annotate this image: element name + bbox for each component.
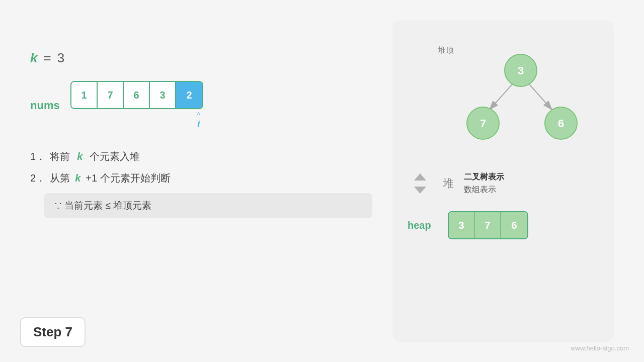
array-cell-3: 3 xyxy=(150,82,176,108)
step-1: 1． 将前 k 个元素入堆 xyxy=(30,150,372,163)
k-equation: k = 3 xyxy=(30,50,372,66)
left-panel: k = 3 nums 1 7 6 3 2 ^ i xyxy=(30,20,372,342)
nums-label: nums xyxy=(30,99,60,112)
index-indicator: ^ i xyxy=(197,111,200,130)
k-variable: k xyxy=(30,50,37,66)
nums-array: 1 7 6 3 2 xyxy=(70,81,203,109)
array-cell-4: 2 xyxy=(176,82,202,108)
step1-num: 1． xyxy=(30,150,46,163)
tree-node-left-text: 7 xyxy=(480,117,486,130)
tree-section: 堆顶 3 7 6 xyxy=(408,35,599,156)
nums-line: nums 1 7 6 3 2 ^ i xyxy=(30,81,372,130)
edge-root-left xyxy=(490,80,516,110)
heap-array-label: heap xyxy=(408,220,438,231)
heap-cell-0: 3 xyxy=(449,212,475,238)
watermark: www.hello-algo.com xyxy=(571,344,629,352)
k-equals: = xyxy=(43,50,51,66)
right-panel: 堆顶 3 7 6 xyxy=(392,20,614,342)
step-2: 2． 从第 k +1 个元素开始判断 xyxy=(30,171,372,185)
condition-text: ∵ 当前元素 ≤ 堆顶元素 xyxy=(54,200,151,211)
index-label: i xyxy=(197,119,200,130)
k-value: 3 xyxy=(57,50,64,66)
heap-label: 堆 xyxy=(443,176,454,191)
array-cell-0: 1 xyxy=(71,82,98,108)
index-arrow: ^ xyxy=(197,111,200,119)
heap-cell-2: 6 xyxy=(501,212,527,238)
svg-marker-1 xyxy=(414,173,426,180)
step2-text1: 从第 xyxy=(50,171,70,185)
step2-num: 2． xyxy=(30,171,46,185)
heap-controls: 堆 二叉树表示 数组表示 xyxy=(408,166,599,201)
representation-labels: 二叉树表示 数组表示 xyxy=(464,172,504,195)
step1-k: k xyxy=(77,151,83,162)
steps-section: 1． 将前 k 个元素入堆 2． 从第 k +1 个元素开始判断 ∵ 当前元素 … xyxy=(30,150,372,218)
svg-marker-2 xyxy=(414,187,426,194)
tree-node-right-text: 6 xyxy=(558,117,564,130)
swap-icon xyxy=(408,171,433,196)
array-cell-1: 7 xyxy=(98,82,124,108)
rep-array: 数组表示 xyxy=(464,185,504,195)
heap-array-section: heap 3 7 6 xyxy=(408,211,599,239)
array-cell-2: 6 xyxy=(124,82,150,108)
step-badge: Step 7 xyxy=(20,317,86,347)
step2-text2: +1 个元素开始判断 xyxy=(86,171,170,185)
tree-svg: 3 7 6 xyxy=(408,35,599,156)
edge-root-right xyxy=(526,80,552,110)
step2-k: k xyxy=(75,172,80,184)
nums-array-container: 1 7 6 3 2 ^ i xyxy=(70,81,203,130)
heap-cell-1: 7 xyxy=(475,212,501,238)
step1-text1: 将前 xyxy=(50,150,70,163)
heap-array: 3 7 6 xyxy=(448,211,528,239)
step1-text2: 个元素入堆 xyxy=(90,150,140,163)
rep-binary: 二叉树表示 xyxy=(464,172,504,183)
condition-box: ∵ 当前元素 ≤ 堆顶元素 xyxy=(44,193,372,218)
heap-top-label: 堆顶 xyxy=(438,45,454,56)
tree-node-root-text: 3 xyxy=(518,64,524,77)
